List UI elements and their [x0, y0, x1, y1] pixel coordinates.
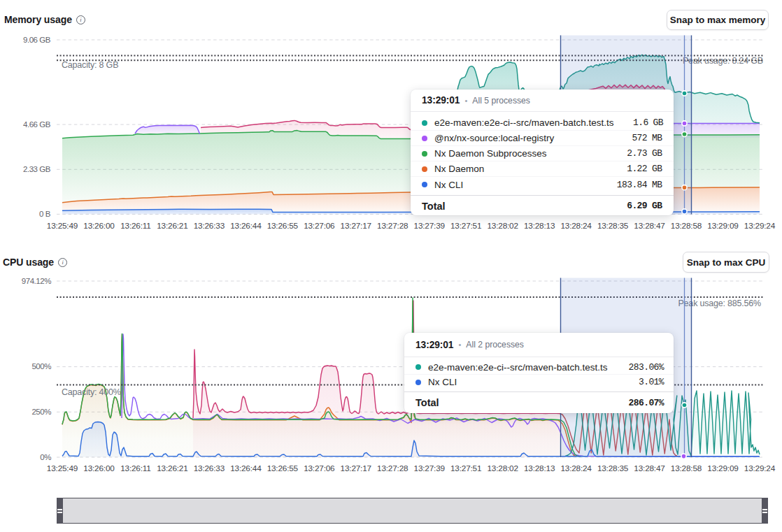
- svg-text:Capacity: 8 GB: Capacity: 8 GB: [62, 60, 118, 70]
- svg-text:13:28:02: 13:28:02: [487, 463, 518, 473]
- svg-text:13:27:17: 13:27:17: [341, 221, 371, 231]
- svg-text:974.12%: 974.12%: [22, 277, 51, 285]
- svg-text:0%: 0%: [40, 453, 51, 461]
- svg-text:13:26:33: 13:26:33: [194, 463, 225, 473]
- svg-text:13:28:58: 13:28:58: [671, 221, 702, 231]
- svg-text:0 B: 0 B: [39, 210, 51, 218]
- svg-text:13:27:51: 13:27:51: [450, 221, 481, 231]
- svg-text:13:26:33: 13:26:33: [194, 221, 225, 231]
- svg-text:13:29:24: 13:29:24: [744, 463, 776, 473]
- svg-text:13:26:00: 13:26:00: [83, 463, 115, 473]
- svg-text:13:27:39: 13:27:39: [414, 463, 445, 473]
- svg-text:13:26:11: 13:26:11: [120, 463, 150, 473]
- svg-text:4.66 GB: 4.66 GB: [23, 120, 51, 129]
- svg-text:13:27:28: 13:27:28: [377, 221, 408, 231]
- svg-text:13:28:13: 13:28:13: [524, 463, 555, 473]
- svg-text:13:27:06: 13:27:06: [304, 221, 335, 231]
- svg-text:13:25:49: 13:25:49: [47, 463, 78, 473]
- svg-text:13:27:51: 13:27:51: [450, 463, 481, 473]
- svg-text:500%: 500%: [31, 362, 51, 371]
- svg-text:13:26:21: 13:26:21: [157, 221, 187, 231]
- svg-text:13:27:06: 13:27:06: [304, 463, 335, 473]
- svg-text:13:28:24: 13:28:24: [560, 221, 592, 231]
- svg-text:13:28:47: 13:28:47: [634, 463, 664, 473]
- svg-text:9.06 GB: 9.06 GB: [23, 36, 51, 44]
- svg-text:13:28:13: 13:28:13: [524, 221, 555, 231]
- svg-text:13:26:55: 13:26:55: [267, 221, 299, 231]
- svg-text:13:26:44: 13:26:44: [230, 221, 262, 231]
- svg-text:13:26:21: 13:26:21: [157, 463, 187, 473]
- svg-text:13:28:02: 13:28:02: [487, 221, 518, 231]
- svg-text:13:28:35: 13:28:35: [597, 463, 629, 473]
- svg-text:13:27:28: 13:27:28: [377, 463, 408, 473]
- svg-text:13:28:58: 13:28:58: [671, 463, 702, 473]
- svg-text:13:29:24: 13:29:24: [744, 221, 776, 231]
- svg-text:13:26:44: 13:26:44: [230, 463, 262, 473]
- svg-text:13:27:17: 13:27:17: [341, 463, 371, 473]
- svg-text:250%: 250%: [31, 408, 51, 416]
- svg-text:Capacity: 400%: Capacity: 400%: [62, 387, 121, 397]
- svg-text:13:26:55: 13:26:55: [267, 463, 299, 473]
- svg-text:13:26:00: 13:26:00: [83, 221, 115, 231]
- svg-text:13:28:24: 13:28:24: [560, 463, 592, 473]
- svg-text:13:29:09: 13:29:09: [707, 221, 738, 231]
- svg-text:2.33 GB: 2.33 GB: [23, 165, 51, 173]
- svg-text:13:29:09: 13:29:09: [707, 463, 738, 473]
- svg-text:13:26:11: 13:26:11: [120, 221, 150, 231]
- svg-text:13:28:35: 13:28:35: [597, 221, 629, 231]
- svg-text:13:25:49: 13:25:49: [47, 221, 78, 231]
- svg-text:13:27:39: 13:27:39: [414, 221, 445, 231]
- svg-text:13:28:47: 13:28:47: [634, 221, 664, 231]
